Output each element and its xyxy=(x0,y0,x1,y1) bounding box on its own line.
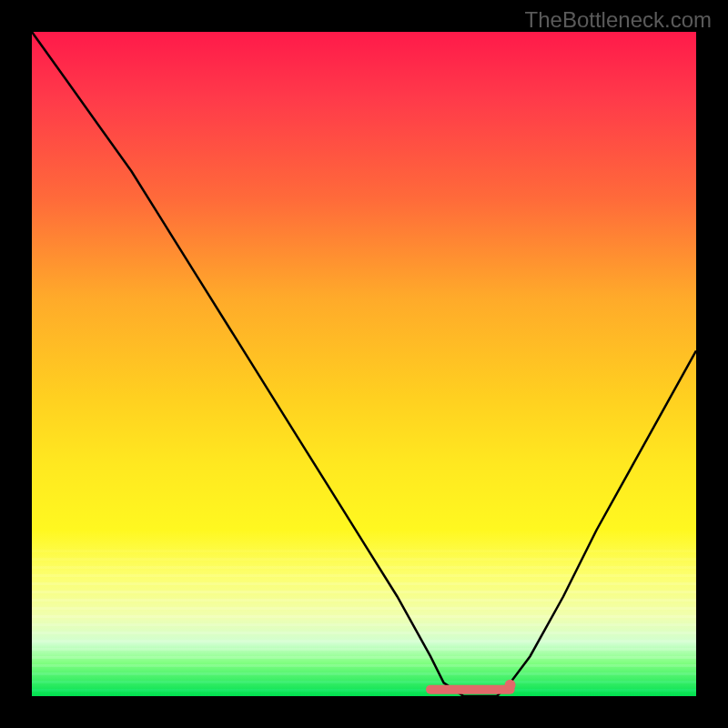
bottleneck-curve xyxy=(32,32,696,696)
watermark-text: TheBottleneck.com xyxy=(525,7,712,33)
svg-point-0 xyxy=(505,680,516,691)
plot-area xyxy=(32,32,696,696)
